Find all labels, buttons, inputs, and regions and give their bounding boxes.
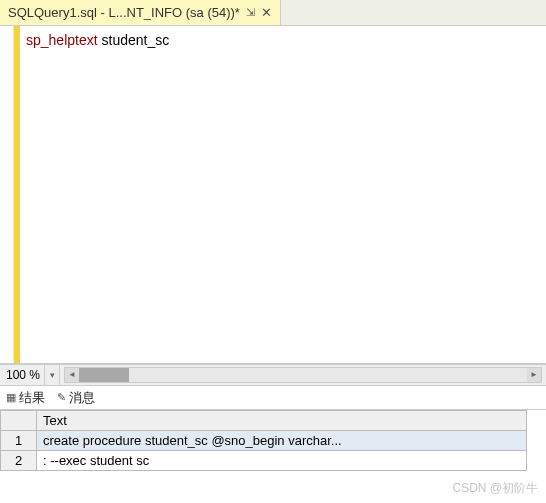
table-row[interactable]: 2 : --exec student sc [1,451,527,471]
tab-results-label: 结果 [19,389,45,407]
tab-title: SQLQuery1.sql - L...NT_INFO (sa (54))* [8,5,240,20]
results-grid-wrap: Text 1 create procedure student_sc @sno_… [0,410,546,503]
horizontal-scrollbar[interactable]: ◄ ► [64,367,542,383]
row-header[interactable]: 2 [1,451,37,471]
sql-editor[interactable]: sp_helptext student_sc [20,26,546,363]
code-line: sp_helptext student_sc [26,30,540,50]
tab-results[interactable]: ▦ 结果 [6,389,45,407]
cell[interactable]: create procedure student_sc @sno_begin v… [37,431,527,451]
file-tab[interactable]: SQLQuery1.sql - L...NT_INFO (sa (54))* ⇲… [0,0,281,25]
zoom-level[interactable]: 100 % [0,368,44,382]
tab-messages[interactable]: ✎ 消息 [57,389,95,407]
zoom-dropdown-icon[interactable]: ▾ [44,365,60,385]
sql-argument: student_sc [98,32,170,48]
editor-pane: sp_helptext student_sc [0,26,546,364]
cell[interactable]: : --exec student sc [37,451,527,471]
pin-icon[interactable]: ⇲ [246,6,255,19]
tab-bar: SQLQuery1.sql - L...NT_INFO (sa (54))* ⇲… [0,0,546,26]
results-tab-bar: ▦ 结果 ✎ 消息 [0,386,546,410]
grid-corner [1,411,37,431]
editor-margin [0,26,14,363]
grid-icon: ▦ [6,391,16,404]
column-header[interactable]: Text [37,411,527,431]
messages-icon: ✎ [57,391,66,404]
results-grid[interactable]: Text 1 create procedure student_sc @sno_… [0,410,527,471]
close-icon[interactable]: ✕ [261,5,272,20]
status-zoom-bar: 100 % ▾ ◄ ► [0,364,546,386]
table-row[interactable]: 1 create procedure student_sc @sno_begin… [1,431,527,451]
row-header[interactable]: 1 [1,431,37,451]
sql-keyword: sp_helptext [26,32,98,48]
scroll-left-button[interactable]: ◄ [65,368,79,382]
tab-messages-label: 消息 [69,389,95,407]
scroll-right-button[interactable]: ► [527,368,541,382]
scroll-thumb[interactable] [79,368,129,382]
